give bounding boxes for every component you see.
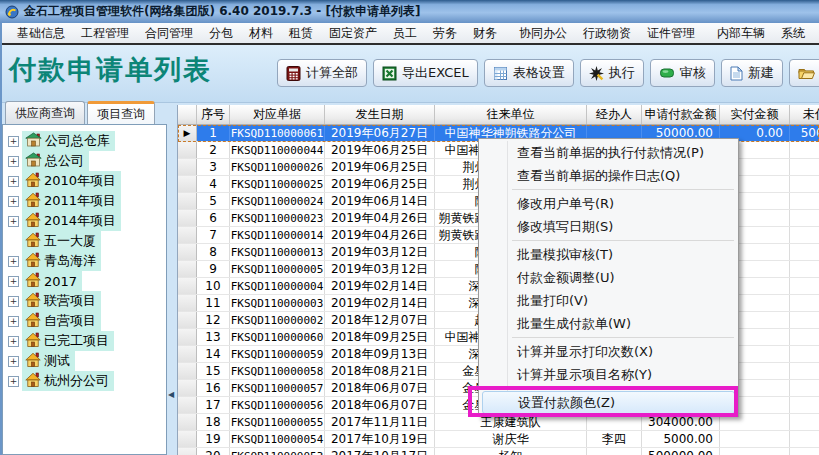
column-header-3[interactable]: 往来单位: [435, 105, 587, 124]
sidebar-splitter[interactable]: ◀: [167, 103, 177, 455]
expand-plus-icon[interactable]: +: [8, 276, 19, 287]
menu-item-7[interactable]: 员工: [385, 22, 425, 45]
collapse-arrow-icon[interactable]: ◀: [168, 390, 174, 399]
expand-plus-icon[interactable]: +: [8, 136, 19, 147]
row-indicator-cell: ▶: [178, 125, 197, 141]
menu-item-8[interactable]: 劳务: [425, 22, 465, 45]
cell-date: 2018年08月21日: [325, 363, 435, 379]
column-header-5[interactable]: 申请付款金额: [642, 105, 720, 124]
cell-seq: 2: [197, 142, 230, 158]
tree-item-6[interactable]: +青岛海洋: [3, 251, 166, 271]
context-menu-item-1[interactable]: 查看当前单据的操作日志(Q): [480, 164, 737, 187]
expand-plus-icon[interactable]: +: [8, 216, 19, 227]
tree-item-0[interactable]: +公司总仓库: [3, 131, 166, 151]
toolbar-button-execute[interactable]: 执行: [580, 59, 644, 87]
menu-item-16[interactable]: 系统: [773, 22, 813, 45]
table-row-20[interactable]: 20FKSQD1100000532017年10月17日杨知500000.00: [178, 448, 819, 455]
cell-doc: FKSQD110000061: [230, 125, 325, 141]
expand-plus-icon[interactable]: +: [8, 156, 19, 167]
tree-item-12[interactable]: +杭州分公司: [3, 371, 166, 391]
toolbar-button-view[interactable]: 查看: [789, 59, 819, 87]
tree-item-10[interactable]: +已完工项目: [3, 331, 166, 351]
tree-item-5[interactable]: 五一大厦: [3, 231, 166, 251]
column-header-4[interactable]: 经办人: [587, 105, 642, 124]
expand-plus-icon[interactable]: +: [8, 376, 19, 387]
tree-item-highlight: 总公司: [22, 151, 89, 171]
expand-plus-icon[interactable]: +: [8, 256, 19, 267]
expand-plus-icon[interactable]: +: [8, 176, 19, 187]
row-indicator-cell: [178, 312, 197, 328]
cell-unit: 杨知: [435, 448, 587, 455]
tree-item-4[interactable]: +2014年项目: [3, 211, 166, 231]
tree-item-11[interactable]: +测试: [3, 351, 166, 371]
menu-item-15[interactable]: 内部车辆: [709, 22, 773, 45]
menu-item-13[interactable]: 证件管理: [639, 22, 703, 45]
context-menu-item-11[interactable]: 计算并显示打印次数(X): [480, 340, 737, 363]
expand-plus-icon[interactable]: +: [8, 316, 19, 327]
expand-plus-icon[interactable]: +: [8, 196, 19, 207]
context-menu-item-7[interactable]: 付款金额调整(U): [480, 266, 737, 289]
cell-seq: 9: [197, 261, 230, 277]
sidebar-tab-supplier-query[interactable]: 供应商查询: [5, 101, 85, 124]
row-indicator-cell: [178, 227, 197, 243]
context-menu-item-3[interactable]: 修改用户单号(R): [480, 192, 737, 215]
tree-item-7[interactable]: +2017: [3, 271, 166, 291]
cell-date: 2017年10月17日: [325, 448, 435, 455]
context-menu-item-0[interactable]: 查看当前单据的执行付款情况(P): [480, 141, 737, 164]
excel-icon: [382, 66, 397, 81]
tree-item-8[interactable]: +联营项目: [3, 291, 166, 311]
menu-item-1[interactable]: 工程管理: [73, 22, 137, 45]
context-menu-item-12[interactable]: 计算并显示项目名称(Y): [480, 363, 737, 386]
menu-item-11[interactable]: 协同办公: [511, 22, 575, 45]
tree-item-1[interactable]: +总公司: [3, 151, 166, 171]
menu-item-12[interactable]: 行政物资: [575, 22, 639, 45]
tree-item-9[interactable]: +自营项目: [3, 311, 166, 331]
cell-seq: 14: [197, 346, 230, 362]
menu-item-6[interactable]: 固定资产: [321, 22, 385, 45]
toolbar-button-audit[interactable]: 审核: [650, 59, 715, 87]
cell-unpaid: [790, 397, 819, 413]
tree-item-highlight: 自营项目: [22, 311, 101, 331]
expand-plus-icon[interactable]: +: [8, 336, 19, 347]
context-menu-item-9[interactable]: 批量生成付款单(W): [480, 312, 737, 335]
column-header-6[interactable]: 实付金额: [720, 105, 790, 124]
cell-date: 2019年06月27日: [325, 125, 435, 141]
column-header-indicator[interactable]: [178, 105, 197, 124]
context-menu-item-4[interactable]: 修改填写日期(S): [480, 215, 737, 238]
column-header-0[interactable]: 序号: [197, 105, 230, 124]
cell-date: 2019年04月26日: [325, 227, 435, 243]
toolbar-button-export-excel[interactable]: 导出EXCEL: [373, 59, 478, 87]
context-menu: 查看当前单据的执行付款情况(P)查看当前单据的操作日志(Q)修改用户单号(R)修…: [478, 138, 739, 417]
tree-item-2[interactable]: +2010年项目: [3, 171, 166, 191]
toolbar-button-new[interactable]: 新建: [721, 59, 783, 87]
toolbar-button-table-settings[interactable]: 表格设置: [484, 59, 574, 87]
row-indicator-cell: [178, 244, 197, 260]
menu-item-2[interactable]: 合同管理: [137, 22, 201, 45]
menu-item-5[interactable]: 租赁: [281, 22, 321, 45]
column-header-7[interactable]: 未付金额: [790, 105, 819, 124]
cell-seq: 11: [197, 295, 230, 311]
house-icon: [25, 232, 41, 250]
toolbar-button-calc-all[interactable]: 计算全部: [277, 59, 367, 87]
menu-item-9[interactable]: 财务: [465, 22, 505, 45]
page-title: 付款申请单列表: [9, 52, 212, 88]
cell-doc: FKSQD110000004: [230, 278, 325, 294]
menu-item-4[interactable]: 材料: [241, 22, 281, 45]
annotation-rectangle: [468, 386, 738, 417]
sidebar-tab-project-query[interactable]: 项目查询: [87, 101, 155, 125]
expand-plus-icon[interactable]: +: [8, 296, 19, 307]
cell-seq: 18: [197, 414, 230, 430]
column-header-1[interactable]: 对应单据: [230, 105, 325, 124]
menu-item-0[interactable]: 基础信息: [9, 22, 73, 45]
menu-item-3[interactable]: 分包: [201, 22, 241, 45]
tree-item-3[interactable]: +2011年项目: [3, 191, 166, 211]
house-icon: [25, 352, 41, 370]
context-menu-item-8[interactable]: 批量打印(V): [480, 289, 737, 312]
menu-item-17[interactable]: 帮助: [813, 22, 819, 45]
column-header-2[interactable]: 发生日期: [325, 105, 435, 124]
expand-plus-icon[interactable]: +: [8, 356, 19, 367]
context-menu-item-6[interactable]: 批量模拟审核(T): [480, 243, 737, 266]
cell-date: 2019年03月12日: [325, 261, 435, 277]
table-row-19[interactable]: 19FKSQD1100000542017年10月19日谢庆华李四5000.00: [178, 431, 819, 448]
cell-unpaid: [790, 414, 819, 430]
